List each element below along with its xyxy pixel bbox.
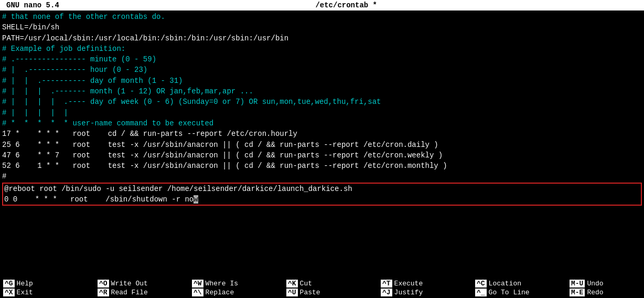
shortcut-label: Where Is [206, 280, 238, 288]
shortcut-key: M-U [570, 280, 585, 288]
shortcut-key: ^X [3, 289, 15, 296]
editor-line: # that none of the other crontabs do. [2, 12, 642, 22]
shortcut-label: Help [17, 280, 33, 288]
shortcut-key: ^U [286, 289, 298, 296]
shortcut-key: ^G [3, 280, 15, 288]
shortcut-label: Go To Line [489, 289, 530, 296]
shortcut-item[interactable]: ^\Replace [191, 288, 285, 297]
shortcut-bar: ^GHelp^OWrite Out^WWhere Is^KCut^TExecut… [0, 278, 644, 298]
title-bar: GNU nano 5.4 /etc/crontab * [0, 0, 644, 10]
highlighted-lines: @reboot root /bin/sudo -u seilsender /ho… [2, 183, 642, 206]
editor-line: 47 6 * * 7 root test -x /usr/sbin/anacro… [2, 150, 642, 161]
editor-line: # * * * * * user-name command to be exec… [2, 118, 642, 129]
shortcut-item[interactable]: ^WWhere Is [191, 279, 285, 288]
shortcut-label: Location [489, 280, 521, 288]
shortcut-key: ^W [192, 280, 203, 288]
editor-area[interactable]: # that none of the other crontabs do.SHE… [0, 10, 644, 275]
shortcut-label: Replace [206, 289, 234, 296]
shortcut-item[interactable]: ^CLocation [474, 279, 568, 288]
editor-line: # Example of job definition: [2, 44, 642, 54]
editor-line: # | .------------- hour (0 - 23) [2, 65, 642, 75]
shortcut-label: Justify [394, 289, 423, 296]
shortcut-item[interactable]: ^GHelp [2, 279, 96, 288]
shortcut-label: Execute [394, 280, 423, 288]
shortcut-item[interactable]: M-ERedo [568, 288, 644, 297]
highlighted-line: @reboot root /bin/sudo -u seilsender /ho… [4, 184, 640, 194]
editor-line: 17 * * * * root cd / && run-parts --repo… [2, 129, 642, 139]
shortcut-label: Write Out [111, 280, 148, 288]
shortcut-item[interactable]: ^XExit [2, 288, 96, 297]
editor-line: 52 6 1 * * root test -x /usr/sbin/anacro… [2, 161, 642, 171]
shortcut-label: Redo [587, 289, 603, 296]
shortcut-item[interactable]: ^UPaste [285, 288, 380, 297]
shortcut-row: ^GHelp^OWrite Out^WWhere Is^KCut^TExecut… [2, 279, 642, 288]
shortcut-key: ^T [381, 280, 392, 288]
editor-line: PATH=/usr/local/sbin:/usr/local/bin:/sbi… [2, 33, 642, 44]
shortcut-label: Paste [300, 289, 320, 296]
editor-line: SHELL=/bin/sh [2, 22, 642, 33]
shortcut-row: ^XExit^RRead File^\Replace^UPaste^JJusti… [2, 288, 642, 297]
file-title: /etc/crontab * [59, 1, 634, 9]
shortcut-item[interactable]: ^RRead File [96, 288, 191, 297]
shortcut-item[interactable]: ^_Go To Line [474, 288, 568, 297]
title-right [634, 1, 638, 9]
editor-line: # | | | | | [2, 108, 642, 118]
shortcut-item[interactable]: ^OWrite Out [96, 279, 191, 288]
shortcut-label: Read File [111, 289, 148, 296]
shortcut-key: ^O [98, 280, 109, 288]
app-title: GNU nano 5.4 [6, 1, 59, 9]
shortcut-item[interactable]: ^JJustify [380, 288, 474, 297]
cursor: w [194, 195, 198, 204]
editor-line: # | | | .------- month (1 - 12) OR jan,f… [2, 86, 642, 97]
shortcut-key: ^R [98, 289, 109, 296]
highlighted-line: 0 0 * * * root /sbin/shutdown -r now [4, 194, 640, 205]
shortcut-label: Exit [17, 289, 33, 296]
shortcut-key: ^C [475, 280, 487, 288]
editor-line: 25 6 * * * root test -x /usr/sbin/anacro… [2, 140, 642, 150]
shortcut-label: Undo [587, 280, 603, 288]
shortcut-key: M-E [570, 289, 585, 296]
shortcut-item[interactable]: ^KCut [285, 279, 380, 288]
editor-line: # .---------------- minute (0 - 59) [2, 54, 642, 65]
shortcut-key: ^J [381, 289, 392, 296]
shortcut-key: ^\ [192, 289, 203, 296]
editor-line: # | | | | .---- day of week (0 - 6) (Sun… [2, 97, 642, 107]
shortcut-key: ^K [286, 280, 298, 288]
editor-line: # [2, 171, 642, 182]
shortcut-item[interactable]: M-UUndo [568, 279, 644, 288]
shortcut-item[interactable]: ^TExecute [380, 279, 474, 288]
terminal: GNU nano 5.4 /etc/crontab * # that none … [0, 0, 644, 298]
editor-line: # | | .---------- day of month (1 - 31) [2, 76, 642, 86]
shortcut-label: Cut [300, 280, 312, 288]
shortcut-key: ^_ [475, 289, 487, 296]
